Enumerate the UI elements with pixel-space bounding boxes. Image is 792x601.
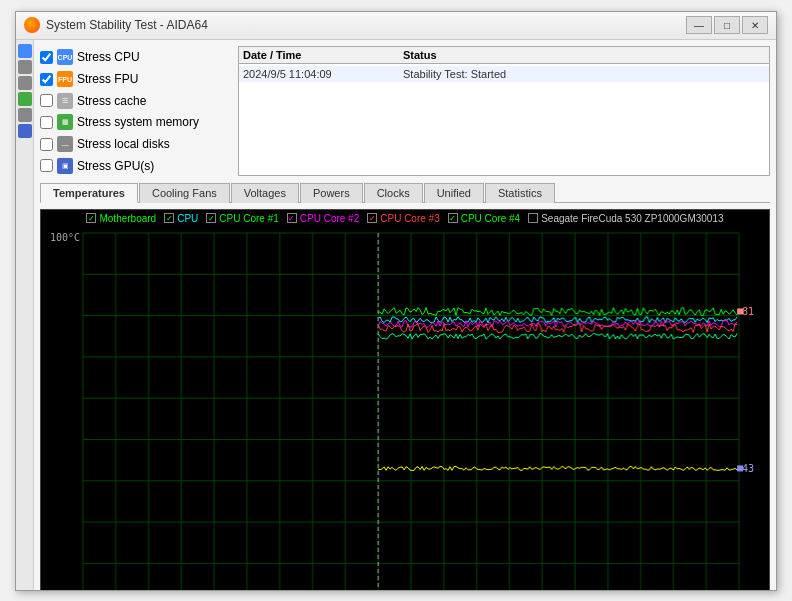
cache-icon: ☰ xyxy=(57,93,73,109)
stress-options: CPU Stress CPU FPU Stress FPU ☰ Stress c… xyxy=(40,46,230,176)
stress-gpu-row: ▣ Stress GPU(s) xyxy=(40,156,230,176)
tab-cooling-fans[interactable]: Cooling Fans xyxy=(139,183,230,203)
stress-cache-label: Stress cache xyxy=(77,94,146,108)
temp-chart-canvas xyxy=(41,227,769,590)
stress-gpu-checkbox[interactable] xyxy=(40,159,53,172)
stress-cpu-row: CPU Stress CPU xyxy=(40,48,230,68)
sidebar-icon-6 xyxy=(18,124,32,138)
mem-icon: ▦ xyxy=(57,114,73,130)
fpu-icon: FPU xyxy=(57,71,73,87)
stress-cpu-label: Stress CPU xyxy=(77,50,140,64)
app-icon xyxy=(24,17,40,33)
log-header-status: Status xyxy=(403,49,765,61)
top-section: CPU Stress CPU FPU Stress FPU ☰ Stress c… xyxy=(40,46,770,176)
stress-mem-row: ▦ Stress system memory xyxy=(40,113,230,133)
legend-cb-ssd xyxy=(528,213,538,223)
main-area: CPU Stress CPU FPU Stress FPU ☰ Stress c… xyxy=(34,40,776,590)
main-window: System Stability Test - AIDA64 — □ ✕ xyxy=(15,11,777,591)
log-row-0: 2024/9/5 11:04:09 Stability Test: Starte… xyxy=(239,66,769,82)
stress-fpu-checkbox[interactable] xyxy=(40,73,53,86)
legend-ssd: Seagate FireCuda 530 ZP1000GM30013 xyxy=(528,213,723,224)
sidebar-icon-4 xyxy=(18,92,32,106)
stress-cache-row: ☰ Stress cache xyxy=(40,91,230,111)
sidebar-icon-5 xyxy=(18,108,32,122)
stress-disk-checkbox[interactable] xyxy=(40,138,53,151)
legend-cb-cpu: ✓ xyxy=(164,213,174,223)
window-title: System Stability Test - AIDA64 xyxy=(46,18,208,32)
stress-mem-label: Stress system memory xyxy=(77,115,199,129)
minimize-button[interactable]: — xyxy=(686,16,712,34)
legend-cpu: ✓ CPU xyxy=(164,213,198,224)
titlebar-left: System Stability Test - AIDA64 xyxy=(24,17,208,33)
sidebar-icon-2 xyxy=(18,60,32,74)
log-cell-status-0: Stability Test: Started xyxy=(403,68,765,80)
stress-fpu-label: Stress FPU xyxy=(77,72,138,86)
temperature-chart: ✓ Motherboard ✓ CPU ✓ CPU Core #1 ✓ xyxy=(40,209,770,590)
legend-cb-core4: ✓ xyxy=(448,213,458,223)
chart-legend: ✓ Motherboard ✓ CPU ✓ CPU Core #1 ✓ xyxy=(41,210,769,227)
stress-cpu-checkbox[interactable] xyxy=(40,51,53,64)
legend-label-ssd: Seagate FireCuda 530 ZP1000GM30013 xyxy=(541,213,723,224)
legend-label-core4: CPU Core #4 xyxy=(461,213,520,224)
legend-core4: ✓ CPU Core #4 xyxy=(448,213,520,224)
stress-gpu-label: Stress GPU(s) xyxy=(77,159,154,173)
legend-cb-core2: ✓ xyxy=(287,213,297,223)
tab-bar: Temperatures Cooling Fans Voltages Power… xyxy=(40,182,770,203)
tab-voltages[interactable]: Voltages xyxy=(231,183,299,203)
log-header-date: Date / Time xyxy=(243,49,403,61)
legend-motherboard: ✓ Motherboard xyxy=(86,213,156,224)
legend-label-core1: CPU Core #1 xyxy=(219,213,278,224)
gpu-icon: ▣ xyxy=(57,158,73,174)
stress-fpu-row: FPU Stress FPU xyxy=(40,69,230,89)
stress-cache-checkbox[interactable] xyxy=(40,94,53,107)
tab-temperatures[interactable]: Temperatures xyxy=(40,183,138,203)
tab-clocks[interactable]: Clocks xyxy=(364,183,423,203)
log-table-header: Date / Time Status xyxy=(239,47,769,64)
stress-mem-checkbox[interactable] xyxy=(40,116,53,129)
legend-cb-motherboard: ✓ xyxy=(86,213,96,223)
stress-disk-label: Stress local disks xyxy=(77,137,170,151)
legend-core3: ✓ CPU Core #3 xyxy=(367,213,439,224)
legend-cb-core3: ✓ xyxy=(367,213,377,223)
legend-label-motherboard: Motherboard xyxy=(99,213,156,224)
tab-statistics[interactable]: Statistics xyxy=(485,183,555,203)
sidebar-icon-3 xyxy=(18,76,32,90)
titlebar: System Stability Test - AIDA64 — □ ✕ xyxy=(16,12,776,40)
charts-area: ✓ Motherboard ✓ CPU ✓ CPU Core #1 ✓ xyxy=(40,209,770,590)
sidebar xyxy=(16,40,34,590)
legend-label-cpu: CPU xyxy=(177,213,198,224)
legend-label-core3: CPU Core #3 xyxy=(380,213,439,224)
legend-core2: ✓ CPU Core #2 xyxy=(287,213,359,224)
maximize-button[interactable]: □ xyxy=(714,16,740,34)
tab-unified[interactable]: Unified xyxy=(424,183,484,203)
log-table-body: 2024/9/5 11:04:09 Stability Test: Starte… xyxy=(239,64,769,84)
log-cell-date-0: 2024/9/5 11:04:09 xyxy=(243,68,403,80)
legend-cb-core1: ✓ xyxy=(206,213,216,223)
legend-label-core2: CPU Core #2 xyxy=(300,213,359,224)
disk-icon: — xyxy=(57,136,73,152)
content-area: CPU Stress CPU FPU Stress FPU ☰ Stress c… xyxy=(16,40,776,590)
tab-powers[interactable]: Powers xyxy=(300,183,363,203)
close-button[interactable]: ✕ xyxy=(742,16,768,34)
sidebar-icon-1 xyxy=(18,44,32,58)
legend-core1: ✓ CPU Core #1 xyxy=(206,213,278,224)
log-table: Date / Time Status 2024/9/5 11:04:09 Sta… xyxy=(238,46,770,176)
window-controls: — □ ✕ xyxy=(686,16,768,34)
cpu-icon: CPU xyxy=(57,49,73,65)
stress-disk-row: — Stress local disks xyxy=(40,134,230,154)
